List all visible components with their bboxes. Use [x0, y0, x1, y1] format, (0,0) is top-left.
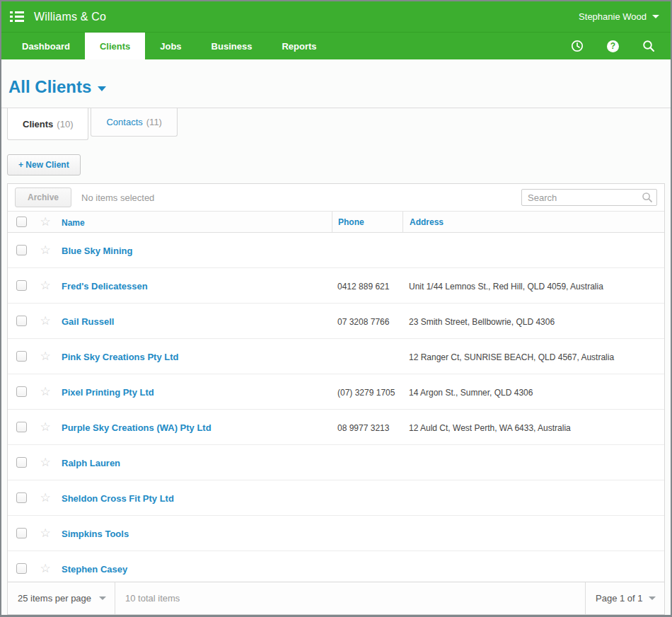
pagination-bar: 25 items per page 10 total items Page 1 … — [7, 582, 665, 615]
chevron-down-icon — [98, 86, 106, 91]
client-name-link[interactable]: Gail Russell — [62, 316, 114, 327]
column-header-name[interactable]: Name — [62, 218, 85, 228]
search-box — [521, 189, 657, 206]
client-name-link[interactable]: Blue Sky Mining — [62, 246, 132, 256]
selection-status: No items selected — [81, 192, 154, 203]
nav-item-dashboard[interactable]: Dashboard — [7, 33, 85, 59]
nav-item-jobs[interactable]: Jobs — [145, 33, 196, 59]
company-name: Williams & Co — [34, 11, 106, 23]
client-name-link[interactable]: Sheldon Cross Fit Pty Ltd — [62, 493, 174, 504]
tab-label: Contacts — [106, 117, 142, 127]
tab-label: Clients — [23, 119, 53, 129]
row-checkbox[interactable] — [16, 245, 27, 255]
page-value: Page 1 of 1 — [596, 593, 643, 604]
client-phone: 07 3208 7766 — [337, 317, 389, 327]
table-row: ☆ Sheldon Cross Fit Pty Ltd — [8, 480, 664, 516]
client-name-link[interactable]: Ralph Lauren — [62, 458, 120, 468]
star-icon[interactable]: ☆ — [40, 527, 50, 539]
row-checkbox[interactable] — [16, 492, 27, 503]
search-icon — [642, 192, 653, 203]
row-checkbox[interactable] — [16, 280, 27, 291]
main-nav: DashboardClientsJobsBusinessReports ? — [1, 32, 671, 59]
star-icon[interactable]: ☆ — [40, 492, 50, 504]
column-header-phone[interactable]: Phone — [338, 217, 364, 227]
star-icon[interactable]: ☆ — [40, 315, 50, 327]
table-row: ☆ Pixel Printing Pty Ltd (07) 3279 1705 … — [8, 374, 664, 410]
nav-item-reports[interactable]: Reports — [267, 33, 331, 59]
archive-button[interactable]: Archive — [15, 188, 71, 207]
table-row: ☆ Gail Russell 07 3208 7766 23 Smith Str… — [8, 304, 664, 339]
history-icon[interactable] — [571, 40, 584, 52]
client-name-link[interactable]: Fred's Delicatessen — [62, 281, 148, 292]
tab-count: (11) — [146, 117, 162, 127]
client-name-link[interactable]: Purple Sky Creations (WA) Pty Ltd — [62, 422, 212, 433]
items-per-page-value: 25 items per page — [18, 593, 91, 604]
page-title-dropdown[interactable]: All Clients — [1, 59, 671, 108]
client-address: 12 Ranger Ct, SUNRISE BEACH, QLD 4567, A… — [409, 352, 614, 362]
client-phone: (07) 3279 1705 — [337, 388, 395, 398]
client-address: 12 Auld Ct, West Perth, WA 6433, Austral… — [409, 423, 571, 433]
row-checkbox[interactable] — [16, 422, 27, 432]
star-icon[interactable]: ☆ — [40, 350, 50, 362]
client-name-link[interactable]: Stephen Casey — [62, 564, 127, 575]
client-phone: 0412 889 621 — [337, 282, 389, 292]
star-icon: ☆ — [40, 216, 50, 228]
page-select[interactable]: Page 1 of 1 — [585, 582, 664, 614]
clients-table: Archive No items selected ☆ Name Phone A… — [7, 183, 665, 582]
client-address: 23 Smith Street, Bellbowrie, QLD 4306 — [409, 317, 555, 327]
client-address: Unit 1/44 Lemnos St., Red Hill, QLD 4059… — [409, 282, 603, 292]
tab-contacts[interactable]: Contacts(11) — [91, 108, 177, 137]
row-checkbox[interactable] — [16, 351, 27, 362]
client-address: 14 Argon St., Sumner, QLD 4306 — [409, 388, 533, 398]
items-per-page-select[interactable]: 25 items per page — [8, 582, 115, 614]
table-row: ☆ Fred's Delicatessen 0412 889 621 Unit … — [8, 268, 664, 304]
star-icon[interactable]: ☆ — [40, 563, 50, 575]
client-name-link[interactable]: Simpkins Tools — [62, 529, 129, 539]
chevron-down-icon — [652, 15, 659, 18]
column-header-address[interactable]: Address — [410, 217, 444, 227]
new-client-button[interactable]: + New Client — [7, 154, 81, 175]
client-name-link[interactable]: Pixel Printing Pty Ltd — [62, 387, 154, 398]
user-name: Stephanie Wood — [579, 11, 647, 22]
tab-strip: Clients(10)Contacts(11) — [1, 108, 671, 141]
row-checkbox[interactable] — [16, 316, 27, 326]
table-row: ☆ Stephen Casey — [8, 551, 664, 582]
star-icon[interactable]: ☆ — [40, 421, 50, 433]
table-row: ☆ Purple Sky Creations (WA) Pty Ltd 08 9… — [8, 410, 664, 445]
table-row: ☆ Simpkins Tools — [8, 516, 664, 551]
user-menu[interactable]: Stephanie Wood — [579, 11, 659, 22]
tab-clients[interactable]: Clients(10) — [7, 108, 88, 140]
table-row: ☆ Ralph Lauren — [8, 445, 664, 480]
table-header-row: ☆ Name Phone Address — [8, 211, 664, 233]
row-checkbox[interactable] — [16, 457, 27, 468]
app-window: Williams & Co Stephanie Wood DashboardCl… — [0, 0, 672, 617]
star-icon[interactable]: ☆ — [40, 456, 50, 468]
page-title: All Clients — [8, 77, 91, 97]
menu-list-icon[interactable] — [10, 11, 24, 23]
star-icon[interactable]: ☆ — [40, 386, 50, 398]
nav-item-business[interactable]: Business — [197, 33, 267, 59]
row-checkbox[interactable] — [16, 528, 27, 538]
search-input[interactable] — [521, 189, 657, 206]
row-checkbox[interactable] — [16, 563, 27, 574]
chevron-down-icon — [99, 596, 106, 600]
row-checkbox[interactable] — [16, 386, 27, 397]
table-row: ☆ Pink Sky Creations Pty Ltd 12 Ranger C… — [8, 339, 664, 374]
table-row: ☆ Blue Sky Mining — [8, 233, 664, 268]
title-bar: Williams & Co Stephanie Wood — [1, 1, 671, 32]
table-toolbar: Archive No items selected — [8, 184, 664, 211]
select-all-checkbox[interactable] — [16, 217, 27, 227]
nav-item-clients[interactable]: Clients — [85, 33, 145, 59]
chevron-down-icon — [649, 596, 656, 600]
client-name-link[interactable]: Pink Sky Creations Pty Ltd — [62, 352, 178, 362]
star-icon[interactable]: ☆ — [40, 279, 50, 292]
search-icon[interactable] — [642, 40, 655, 52]
star-icon[interactable]: ☆ — [40, 244, 50, 256]
tab-count: (10) — [57, 119, 73, 129]
help-icon[interactable]: ? — [607, 40, 619, 52]
total-items-label: 10 total items — [115, 582, 585, 614]
client-phone: 08 9977 3213 — [337, 423, 389, 433]
